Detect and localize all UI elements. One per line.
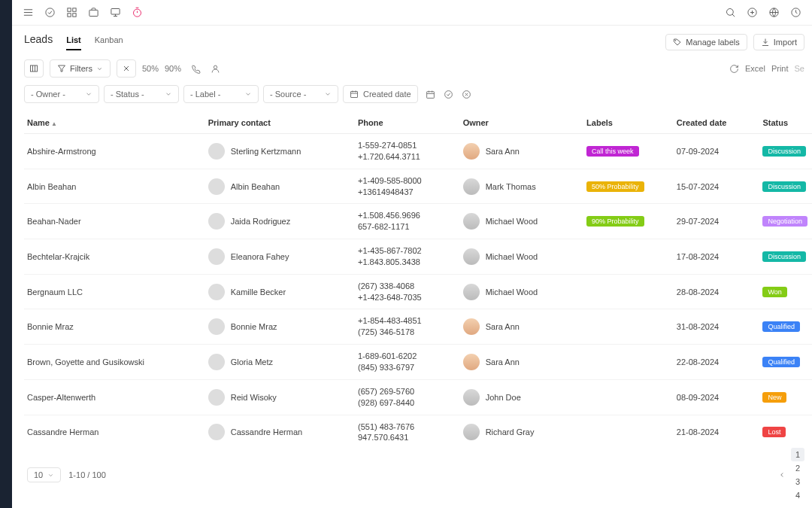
- date-range-start[interactable]: Created date: [343, 85, 418, 103]
- date-range-end-icon[interactable]: [426, 89, 436, 99]
- left-sidebar: [0, 0, 12, 508]
- status-badge: Won: [762, 287, 786, 297]
- refresh-icon[interactable]: [729, 63, 739, 74]
- owner-filter[interactable]: - Owner -: [24, 85, 99, 103]
- import-button[interactable]: Import: [753, 34, 804, 50]
- col-primary-contact[interactable]: Primary contact: [204, 112, 353, 134]
- cell-name: Abshire-Armstrong: [24, 134, 204, 169]
- timer-icon[interactable]: [132, 7, 143, 18]
- page-2[interactable]: 2: [791, 461, 804, 475]
- table-row[interactable]: Casper-AltenwerthReid Wisoky(657) 269-57…: [24, 379, 812, 415]
- cell-created: 07-09-2024: [672, 134, 759, 169]
- cell-label: [582, 345, 672, 380]
- phone-icon[interactable]: [190, 63, 201, 74]
- search-hint[interactable]: Se: [795, 64, 804, 73]
- clear-date-icon[interactable]: [462, 89, 472, 99]
- avatar: [208, 284, 225, 300]
- col-status[interactable]: Status: [758, 112, 812, 134]
- cell-owner: Mark Thomas: [459, 169, 582, 204]
- print-button[interactable]: Print: [771, 64, 789, 73]
- source-filter[interactable]: - Source -: [263, 85, 338, 103]
- tab-kanban[interactable]: Kanban: [95, 35, 123, 50]
- cell-contact: Albin Beahan: [204, 169, 353, 204]
- cell-created: 15-07-2024: [672, 169, 759, 204]
- table-row[interactable]: Albin BeahanAlbin Beahan+1-409-585-8000+…: [24, 169, 812, 204]
- col-created-date[interactable]: Created date: [672, 112, 759, 134]
- table-row[interactable]: Bonnie MrazBonnie Mraz+1-854-483-4851(72…: [24, 309, 812, 345]
- cell-contact: Gloria Metz: [204, 345, 353, 380]
- manage-labels-button[interactable]: Manage labels: [665, 34, 747, 50]
- user-icon[interactable]: [210, 63, 220, 74]
- cell-name: Beahan-Nader: [24, 204, 204, 239]
- page-4[interactable]: 4: [791, 488, 804, 502]
- avatar: [463, 248, 480, 265]
- cell-owner: John Doe: [459, 379, 582, 415]
- table-row[interactable]: Abshire-ArmstrongSterling Kertzmann1-559…: [24, 134, 812, 169]
- svg-rect-5: [73, 8, 76, 11]
- cell-contact: Kamille Becker: [204, 274, 353, 309]
- cell-phone: +1-409-585-8000+13614948437: [353, 169, 459, 204]
- search-icon[interactable]: [725, 7, 736, 18]
- apply-date-icon[interactable]: [444, 89, 454, 99]
- table-row[interactable]: Cassandre HermanCassandre Herman(551) 48…: [24, 415, 812, 442]
- clear-filter-button[interactable]: [117, 59, 136, 78]
- label-filter[interactable]: - Label -: [183, 85, 259, 103]
- check-circle-icon[interactable]: [44, 7, 56, 18]
- cell-label: [582, 379, 672, 415]
- cell-label: Call this week: [582, 134, 672, 169]
- cell-contact: Jaida Rodriguez: [204, 204, 353, 239]
- filter-chip-50[interactable]: 50%: [142, 64, 159, 73]
- cell-label: [582, 309, 672, 345]
- tab-list[interactable]: List: [66, 35, 81, 50]
- avatar: [208, 248, 225, 265]
- label-badge: 50% Probability: [586, 181, 644, 192]
- page-3[interactable]: 3: [791, 475, 804, 488]
- col-labels[interactable]: Labels: [582, 112, 672, 134]
- cell-created: 29-07-2024: [672, 204, 759, 239]
- cell-contact: Cassandre Herman: [204, 415, 353, 442]
- table-row[interactable]: Bechtelar-KrajcikEleanora Fahey+1-435-86…: [24, 239, 812, 275]
- status-filter[interactable]: - Status -: [104, 85, 179, 103]
- filters-label: Filters: [70, 64, 92, 73]
- columns-button[interactable]: [24, 59, 44, 78]
- export-excel[interactable]: Excel: [745, 64, 765, 73]
- page-prev[interactable]: [775, 468, 789, 482]
- menu-icon[interactable]: [23, 7, 34, 18]
- cell-created: 28-08-2024: [672, 274, 759, 309]
- avatar: [463, 354, 480, 370]
- clock-icon[interactable]: [790, 7, 801, 18]
- monitor-icon[interactable]: [110, 7, 121, 18]
- page-1[interactable]: 1: [791, 448, 804, 461]
- avatar: [208, 389, 225, 406]
- col-owner[interactable]: Owner: [459, 112, 582, 134]
- cell-status: Qualified: [758, 345, 812, 380]
- cell-label: 50% Probability: [582, 169, 672, 204]
- import-label: Import: [774, 38, 797, 47]
- briefcase-icon[interactable]: [88, 7, 99, 18]
- svg-point-3: [46, 8, 54, 17]
- status-badge: Discussion: [762, 146, 806, 157]
- table-row[interactable]: Bergnaum LLCKamille Becker(267) 338-4068…: [24, 274, 812, 309]
- cell-created: 17-08-2024: [672, 239, 759, 275]
- avatar: [208, 178, 225, 195]
- filter-chip-90[interactable]: 90%: [165, 64, 181, 73]
- cell-status: New: [758, 379, 812, 415]
- table-row[interactable]: Brown, Goyette and GusikowskiGloria Metz…: [24, 345, 812, 380]
- avatar: [208, 354, 225, 370]
- col-phone[interactable]: Phone: [353, 112, 459, 134]
- grid-icon[interactable]: [66, 7, 77, 18]
- cell-owner: Michael Wood: [459, 239, 582, 275]
- plus-circle-icon[interactable]: [747, 7, 758, 18]
- svg-point-31: [214, 65, 217, 68]
- filters-button[interactable]: Filters: [50, 59, 111, 78]
- page-size-select[interactable]: 10: [27, 467, 61, 482]
- col-name[interactable]: Name▲: [24, 112, 204, 134]
- cell-status: Discussion: [758, 134, 812, 169]
- cell-phone: 1-559-274-0851+1.720.644.3711: [353, 134, 459, 169]
- cell-contact: Bonnie Mraz: [204, 309, 353, 345]
- cell-created: 31-08-2024: [672, 309, 759, 345]
- cell-phone: +1.508.456.9696657-682-1171: [353, 204, 459, 239]
- svg-rect-9: [111, 9, 120, 15]
- table-row[interactable]: Beahan-NaderJaida Rodriguez+1.508.456.96…: [24, 204, 812, 239]
- globe-icon[interactable]: [768, 7, 780, 18]
